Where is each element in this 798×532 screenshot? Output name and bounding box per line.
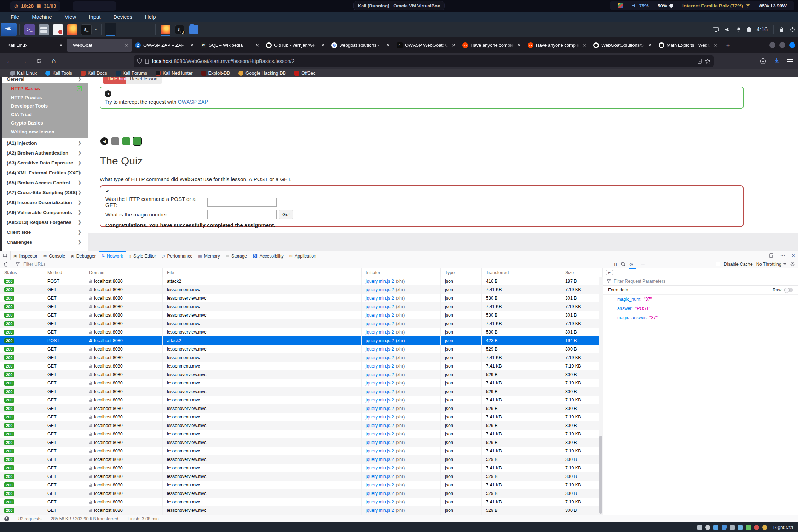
bookmark-item[interactable]: Kali Tools xyxy=(42,69,75,77)
sidebar-category-item[interactable]: (A8) Insecure Deserialization ❯ xyxy=(2,197,88,207)
column-header-file[interactable]: File xyxy=(163,268,362,277)
usb-icon[interactable] xyxy=(730,525,735,530)
sidebar-category-item[interactable]: (A4) XML External Entities (XXE) ❯ xyxy=(2,168,88,178)
go-button[interactable]: Go! xyxy=(279,210,293,219)
network-request-row[interactable]: 200 GET localhost:8080 lessonmenu.mvc jq… xyxy=(0,319,603,328)
devtools-tab[interactable]: ▦ Memory xyxy=(195,251,223,260)
firefox-window-task[interactable] xyxy=(160,23,172,36)
network-request-row[interactable]: 200 GET localhost:8080 lessonoverview.mv… xyxy=(0,345,603,353)
devtools-tab[interactable]: ▣ Inspector xyxy=(11,251,40,260)
initiator-link[interactable]: jquery.min.js:2 xyxy=(366,404,394,413)
network-request-row[interactable]: 200 GET localhost:8080 lessonmenu.mvc jq… xyxy=(0,498,603,506)
request-panel-tab[interactable] xyxy=(650,268,658,277)
search-icon[interactable] xyxy=(621,262,626,267)
request-type-filter[interactable] xyxy=(676,264,680,265)
browser-tab[interactable]: WebGoat xyxy=(67,39,132,52)
vbox-menu-item[interactable]: File xyxy=(11,14,19,20)
sidebar-lesson-item[interactable]: HTTP Proxies xyxy=(11,95,88,100)
request-type-filter[interactable] xyxy=(669,264,673,265)
column-header-domain[interactable]: Domain xyxy=(85,268,163,277)
devtools-tab[interactable]: ◷ Performance xyxy=(159,251,195,260)
bookmark-item[interactable]: Kali NetHunter xyxy=(152,69,196,77)
mouse-integration-icon[interactable] xyxy=(762,525,767,530)
network-request-row[interactable]: 200 GET localhost:8080 lessonmenu.mvc jq… xyxy=(0,396,603,404)
network-request-row[interactable]: 200 GET localhost:8080 lessonoverview.mv… xyxy=(0,328,603,336)
bookmark-item[interactable]: OffSec xyxy=(291,69,319,77)
sidebar-category-item[interactable]: Client side ❯ xyxy=(2,227,88,237)
initiator-link[interactable]: jquery.min.js:2 xyxy=(366,353,394,362)
tab-close-icon[interactable] xyxy=(582,42,587,48)
display-icon[interactable] xyxy=(713,27,719,32)
new-tab-button[interactable]: + xyxy=(723,40,733,51)
network-request-row[interactable]: 200 GET localhost:8080 lessonmenu.mvc jq… xyxy=(0,430,603,438)
form-data-section-header[interactable]: Form data Raw xyxy=(603,286,798,295)
request-panel-tab[interactable] xyxy=(643,268,650,277)
devtools-tab[interactable]: ♿ Accessibility xyxy=(250,251,287,260)
column-header-initiator[interactable]: Initiator xyxy=(362,268,441,277)
initiator-link[interactable]: jquery.min.js:2 xyxy=(366,319,394,328)
terminal-window-task[interactable]: $_3 xyxy=(174,23,186,36)
home-button[interactable]: ⌂ xyxy=(48,56,59,67)
sidebar-category-item[interactable]: (A8:2013) Request Forgeries ❯ xyxy=(2,217,88,227)
shared-folder-icon[interactable] xyxy=(738,525,743,530)
form-data-param[interactable]: magic_answer "37" xyxy=(603,313,798,322)
initiator-link[interactable]: jquery.min.js:2 xyxy=(366,362,394,370)
devtools-tab[interactable]: ▤ Storage xyxy=(223,251,250,260)
previous-page-icon[interactable]: ◀ xyxy=(100,137,108,145)
column-header-size[interactable]: Size xyxy=(561,268,603,277)
battery-icon[interactable] xyxy=(747,27,751,32)
network-request-row[interactable]: 200 GET localhost:8080 lessonoverview.mv… xyxy=(0,472,603,481)
power-icon[interactable] xyxy=(790,27,795,32)
sidebar-lesson-item[interactable]: Writing new lesson xyxy=(11,129,88,134)
initiator-link[interactable]: jquery.min.js:2 xyxy=(366,336,394,345)
element-picker-icon[interactable] xyxy=(0,251,11,260)
bookmark-item[interactable]: Kali Docs xyxy=(77,69,111,77)
filter-urls-input[interactable]: Filter URLs xyxy=(23,262,46,267)
sidebar-lesson-item[interactable]: HTTP Basics ✔ xyxy=(11,86,88,91)
downloads-icon[interactable] xyxy=(774,58,780,64)
tab-close-icon[interactable] xyxy=(123,42,129,48)
workspace-button[interactable] xyxy=(105,23,116,36)
vbox-menu-item[interactable]: View xyxy=(65,14,76,20)
firefox-launcher-icon[interactable] xyxy=(67,24,77,35)
tab-close-icon[interactable] xyxy=(516,42,522,48)
optical-drive-icon[interactable] xyxy=(705,525,710,530)
browser-tab[interactable]: WebGoatSolutions/S xyxy=(590,39,655,52)
tab-close-icon[interactable] xyxy=(320,42,325,48)
disable-cache-label[interactable]: Disable Cache xyxy=(724,262,752,267)
initiator-link[interactable]: jquery.min.js:2 xyxy=(366,498,394,506)
devtools-tab[interactable]: ⇅ Network xyxy=(99,251,126,260)
column-header-status[interactable]: Status xyxy=(0,268,43,277)
host-app-icon[interactable] xyxy=(618,3,623,8)
browser-tab[interactable]: SQL – Wikipedia xyxy=(198,39,263,52)
form-data-param[interactable]: answer "POST" xyxy=(603,304,798,313)
initiator-link[interactable]: jquery.min.js:2 xyxy=(366,345,394,353)
network-request-row[interactable]: 200 GET localhost:8080 lessonoverview.mv… xyxy=(0,455,603,464)
owasp-zap-link[interactable]: OWASP ZAP xyxy=(178,99,208,105)
initiator-link[interactable]: jquery.min.js:2 xyxy=(366,481,394,489)
request-type-filter[interactable] xyxy=(662,264,666,265)
pause-traffic-icon[interactable]: || xyxy=(614,262,617,266)
browser-tab[interactable]: Main Exploits · WebG xyxy=(656,39,721,52)
sidebar-lesson-item[interactable]: CIA Triad xyxy=(11,112,88,117)
devtools-close-icon[interactable]: × xyxy=(792,252,795,259)
performance-analysis-icon[interactable] xyxy=(4,516,9,521)
back-button[interactable]: ← xyxy=(4,56,15,67)
bookmark-item[interactable]: Google Hacking DB xyxy=(235,69,289,77)
vbox-menu-item[interactable]: Machine xyxy=(32,14,52,20)
devtools-more-icon[interactable]: ••• xyxy=(781,254,786,258)
terminal-dropdown-icon[interactable]: $_ xyxy=(81,24,92,35)
initiator-link[interactable]: jquery.min.js:2 xyxy=(366,328,394,336)
network-request-row[interactable]: 200 GET localhost:8080 lessonmenu.mvc jq… xyxy=(0,464,603,472)
request-type-filter[interactable] xyxy=(704,264,709,265)
network-request-row[interactable]: 200 GET localhost:8080 lessonoverview.mv… xyxy=(0,489,603,498)
network-request-row[interactable]: 200 GET localhost:8080 lessonoverview.mv… xyxy=(0,311,603,319)
account-sync-icon[interactable] xyxy=(789,42,795,48)
request-type-filter[interactable] xyxy=(641,264,645,265)
network-request-row[interactable]: 200 GET localhost:8080 lessonmenu.mvc jq… xyxy=(0,481,603,489)
initiator-link[interactable]: jquery.min.js:2 xyxy=(366,447,394,455)
clear-requests-trash-icon[interactable] xyxy=(4,262,8,267)
power-status[interactable]: 85% 13.99W xyxy=(755,3,791,8)
text-editor-icon[interactable] xyxy=(53,24,63,35)
tab-close-icon[interactable] xyxy=(58,42,64,48)
